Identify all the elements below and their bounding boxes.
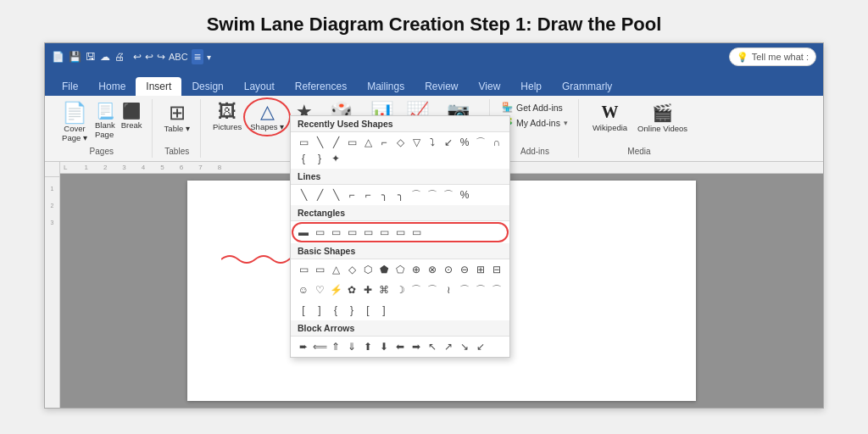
shape-item[interactable]: ⬟ xyxy=(376,262,392,277)
shape-item[interactable]: ▭ xyxy=(296,262,311,277)
shape-item[interactable]: } xyxy=(312,151,327,166)
shape-item[interactable]: △ xyxy=(328,262,343,277)
online-videos-button[interactable]: 🎬 Online Videos xyxy=(634,101,691,135)
shape-item[interactable]: ↗ xyxy=(441,339,456,354)
shape-item[interactable]: ⌒ xyxy=(409,282,424,298)
shape-item[interactable]: % xyxy=(457,135,472,150)
shape-item[interactable]: ▭ xyxy=(409,225,424,240)
shape-item[interactable]: ⌒ xyxy=(473,135,488,150)
shape-item[interactable]: ☽ xyxy=(392,282,408,298)
shape-item[interactable]: ⌒ xyxy=(489,282,504,298)
shape-item[interactable]: ⚡ xyxy=(328,282,343,298)
wikipedia-button[interactable]: W Wikipedia xyxy=(587,101,632,134)
shape-item[interactable]: ] xyxy=(376,303,392,318)
shape-item[interactable]: ⌒ xyxy=(425,187,440,203)
shape-item[interactable]: ⊗ xyxy=(425,262,440,277)
shape-item[interactable]: [ xyxy=(296,303,311,318)
shape-item[interactable]: ☺ xyxy=(296,282,311,298)
shape-item[interactable]: ⌘ xyxy=(376,282,392,298)
shape-item[interactable]: ⌐ xyxy=(376,135,392,150)
shape-item[interactable]: ◇ xyxy=(392,135,408,150)
shape-item[interactable]: ▭ xyxy=(312,262,327,277)
shape-item[interactable]: ↖ xyxy=(425,339,440,354)
shape-item[interactable]: ] xyxy=(312,303,327,318)
shape-item[interactable]: ⊙ xyxy=(441,262,456,277)
shape-item[interactable]: ▭ xyxy=(328,225,343,240)
shape-item[interactable]: △ xyxy=(360,135,376,150)
align-icon[interactable]: ≡ xyxy=(192,49,203,64)
shape-item[interactable]: ⬆ xyxy=(360,339,376,354)
shape-item[interactable]: ⊞ xyxy=(473,262,488,277)
shape-item[interactable]: ≀ xyxy=(441,282,456,298)
shape-item[interactable]: ⇓ xyxy=(344,339,359,354)
shape-item[interactable]: [ xyxy=(360,303,376,318)
shape-item[interactable]: ↘ xyxy=(457,339,472,354)
shape-item[interactable]: ⊖ xyxy=(457,262,472,277)
shape-item[interactable]: % xyxy=(457,187,472,203)
shape-item[interactable]: ✚ xyxy=(360,282,376,298)
shape-item[interactable]: ♡ xyxy=(312,282,327,298)
shape-item[interactable]: ↙ xyxy=(441,135,456,150)
shape-item[interactable]: ╲ xyxy=(328,187,343,203)
shape-item[interactable]: ◇ xyxy=(344,262,359,277)
shape-item[interactable]: ▭ xyxy=(312,225,327,240)
shape-item[interactable]: ⬅ xyxy=(392,339,408,354)
shape-item[interactable]: ⟸ xyxy=(312,339,327,354)
shapes-button[interactable]: △ Shapes ▾ xyxy=(247,101,287,133)
shape-item[interactable]: ↙ xyxy=(473,339,488,354)
tab-review[interactable]: Review xyxy=(415,77,468,96)
shape-item[interactable]: ╮ xyxy=(392,187,408,203)
redo-icon[interactable]: ↪ xyxy=(157,51,165,63)
tab-grammarly[interactable]: Grammarly xyxy=(552,77,622,96)
shape-item[interactable]: ▭ xyxy=(344,135,359,150)
shape-item[interactable]: ▭ xyxy=(392,225,408,240)
tell-me-search[interactable]: 💡 Tell me what : xyxy=(729,47,816,66)
shape-item[interactable]: ⌒ xyxy=(425,282,440,298)
pictures-button[interactable]: 🖼 Pictures xyxy=(209,101,245,133)
shape-item[interactable]: ▭ xyxy=(360,225,376,240)
shape-item[interactable]: { xyxy=(296,151,311,166)
shape-item[interactable]: ▬ xyxy=(296,225,311,240)
blank-page-button[interactable]: 📃 BlankPage xyxy=(92,101,118,140)
shape-item[interactable]: ⌐ xyxy=(344,187,359,203)
shape-item[interactable]: } xyxy=(344,303,359,318)
shape-item[interactable]: ▭ xyxy=(296,135,311,150)
shape-item[interactable]: ∩ xyxy=(489,135,504,150)
shape-item[interactable]: ⌐ xyxy=(360,187,376,203)
shape-item[interactable]: ⌒ xyxy=(457,282,472,298)
shape-item[interactable]: ⬇ xyxy=(376,339,392,354)
shape-item[interactable]: ✦ xyxy=(328,151,343,166)
shape-item[interactable]: ⤵ xyxy=(425,135,440,150)
shape-item[interactable]: ⊟ xyxy=(489,262,504,277)
table-button[interactable]: ⊞ Table ▾ xyxy=(161,101,193,135)
shape-item[interactable]: ➡ xyxy=(409,339,424,354)
shape-item[interactable]: ⇑ xyxy=(328,339,343,354)
shape-item[interactable]: ╲ xyxy=(312,135,327,150)
undo-icon[interactable]: ↩ xyxy=(133,51,142,63)
shape-item[interactable]: ⌒ xyxy=(441,187,456,203)
shape-item[interactable]: ╱ xyxy=(312,187,327,203)
shape-item[interactable]: ▽ xyxy=(409,135,424,150)
shape-item[interactable]: ▭ xyxy=(344,225,359,240)
shape-item[interactable]: ╲ xyxy=(296,187,311,203)
shape-item[interactable]: ▭ xyxy=(376,225,392,240)
shape-item[interactable]: { xyxy=(328,303,343,318)
tab-file[interactable]: File xyxy=(52,77,88,96)
tab-layout[interactable]: Layout xyxy=(234,77,285,96)
shape-item[interactable]: ⬡ xyxy=(360,262,376,277)
shape-item[interactable]: ╮ xyxy=(376,187,392,203)
shape-item[interactable]: ⊕ xyxy=(409,262,424,277)
undo2-icon[interactable]: ↩ xyxy=(145,51,153,63)
shape-item[interactable]: ╱ xyxy=(328,135,343,150)
shape-item[interactable]: ⬠ xyxy=(392,262,408,277)
tab-view[interactable]: View xyxy=(469,77,511,96)
dropdown-icon[interactable]: ▾ xyxy=(207,53,211,62)
tab-home[interactable]: Home xyxy=(88,77,136,96)
tab-mailings[interactable]: Mailings xyxy=(357,77,415,96)
get-addins-button[interactable]: 🏪 Get Add-ins xyxy=(498,101,571,114)
shape-item[interactable]: ➨ xyxy=(296,339,311,354)
tab-insert[interactable]: Insert xyxy=(136,77,181,96)
tab-help[interactable]: Help xyxy=(510,77,552,96)
shape-item[interactable]: ✿ xyxy=(344,282,359,298)
cover-page-button[interactable]: 📄 CoverPage ▾ xyxy=(58,101,91,145)
